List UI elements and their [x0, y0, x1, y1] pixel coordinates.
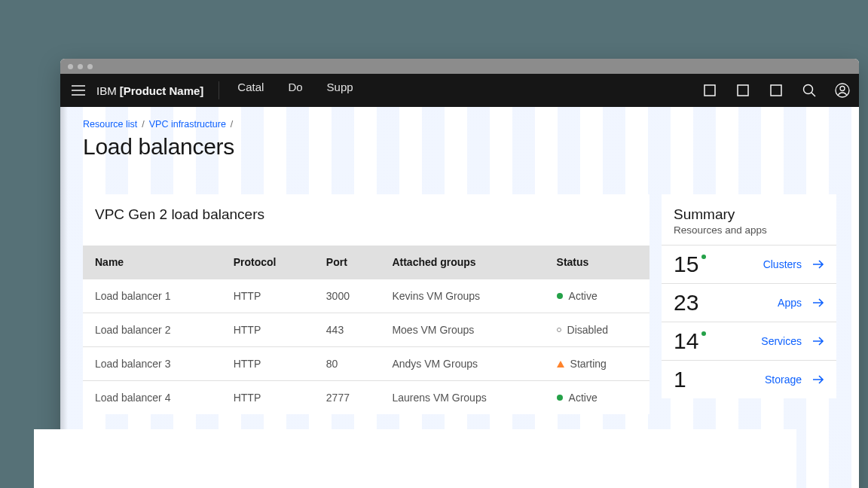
- window-chrome: [60, 59, 859, 74]
- nav-link-catalog[interactable]: Catal: [225, 74, 276, 107]
- cell-protocol: HTTP: [222, 347, 314, 381]
- col-name[interactable]: Name: [83, 246, 222, 279]
- cell-group: Moes VM Groups: [380, 313, 544, 347]
- cell-status: Starting: [545, 347, 649, 381]
- summary-link[interactable]: Apps: [778, 297, 824, 309]
- window-dot-min[interactable]: [78, 64, 83, 69]
- table-row[interactable]: Load balancer 3HTTP80Andys VM GroupsStar…: [83, 347, 649, 381]
- panel-main: VPC Gen 2 load balancers Name Protocol P…: [83, 194, 649, 414]
- status-active-icon: [557, 293, 563, 299]
- col-protocol[interactable]: Protocol: [222, 246, 314, 279]
- breadcrumb-sep: /: [231, 119, 233, 130]
- cell-port: 3000: [314, 279, 381, 313]
- summary-row[interactable]: 1Storage: [662, 360, 836, 398]
- cell-name: Load balancer 1: [83, 279, 222, 313]
- user-icon: [835, 83, 850, 98]
- placeholder-icon-2[interactable]: [726, 74, 760, 107]
- status-text: Starting: [570, 358, 607, 370]
- status-text: Active: [569, 392, 598, 404]
- breadcrumb: Resource list / VPC infrastructure /: [83, 119, 836, 130]
- cell-name: Load balancer 2: [83, 313, 222, 347]
- placeholder-icon-1[interactable]: [693, 74, 726, 107]
- page-title: Load balancers: [83, 134, 836, 160]
- cell-port: 443: [314, 313, 381, 347]
- status-disabled-icon: [557, 328, 561, 332]
- summary-row[interactable]: 14Services: [662, 322, 836, 360]
- browser-window: IBM [Product Name] Catal Do Supp Resourc…: [60, 59, 859, 488]
- status-starting-icon: [557, 361, 564, 368]
- status-dot-icon: [701, 331, 706, 336]
- cell-port: 2777: [314, 381, 381, 415]
- summary-count: 15: [674, 253, 698, 276]
- col-group[interactable]: Attached groups: [380, 246, 544, 279]
- top-bar-right: [693, 74, 859, 107]
- cell-name: Load balancer 4: [83, 381, 222, 415]
- arrow-right-icon: [812, 260, 824, 269]
- summary-link[interactable]: Services: [761, 335, 824, 347]
- svg-point-3: [804, 85, 813, 94]
- cell-status: Disabled: [545, 313, 649, 347]
- table-row[interactable]: Load balancer 1HTTP3000Kevins VM GroupsA…: [83, 279, 649, 313]
- arrow-right-icon: [812, 337, 824, 346]
- cell-port: 80: [314, 347, 381, 381]
- divider: [219, 81, 219, 99]
- summary-title: Summary: [662, 194, 836, 223]
- cell-group: Kevins VM Groups: [380, 279, 544, 313]
- breadcrumb-sep: /: [142, 119, 144, 130]
- summary-row[interactable]: 15Clusters: [662, 245, 836, 283]
- placeholder-icon-3[interactable]: [760, 74, 793, 107]
- search-icon: [802, 84, 816, 97]
- overlay-block: [34, 429, 796, 488]
- hamburger-icon: [72, 85, 85, 96]
- summary-link-label: Apps: [778, 297, 802, 309]
- status-active-icon: [557, 395, 563, 401]
- square-icon: [737, 84, 749, 96]
- svg-rect-0: [704, 85, 715, 96]
- brand-prefix: IBM: [96, 84, 117, 97]
- col-port[interactable]: Port: [314, 246, 381, 279]
- square-icon: [704, 84, 716, 96]
- cell-name: Load balancer 3: [83, 347, 222, 381]
- panel-main-title: VPC Gen 2 load balancers: [83, 194, 649, 246]
- nav-link-docs[interactable]: Do: [276, 74, 314, 107]
- cell-group: Andys VM Groups: [380, 347, 544, 381]
- summary-row[interactable]: 23Apps: [662, 283, 836, 322]
- brand[interactable]: IBM [Product Name]: [96, 74, 219, 107]
- arrow-right-icon: [812, 375, 824, 384]
- svg-rect-2: [771, 85, 781, 96]
- brand-product: [Product Name]: [120, 84, 204, 97]
- summary-link[interactable]: Storage: [765, 374, 824, 386]
- col-status[interactable]: Status: [545, 246, 649, 279]
- summary-count: 1: [674, 368, 686, 391]
- summary-link-label: Clusters: [763, 258, 802, 270]
- summary-count: 14: [674, 330, 698, 352]
- panel-summary: Summary Resources and apps 15Clusters23A…: [662, 194, 836, 398]
- cell-status: Active: [545, 381, 649, 415]
- summary-link[interactable]: Clusters: [763, 258, 824, 270]
- svg-rect-1: [738, 85, 748, 96]
- breadcrumb-link-1[interactable]: VPC infrastructure: [149, 119, 226, 130]
- table-header-row: Name Protocol Port Attached groups Statu…: [83, 246, 649, 279]
- summary-count: 23: [674, 291, 698, 314]
- summary-link-label: Storage: [765, 374, 802, 386]
- nav-link-support[interactable]: Supp: [315, 74, 365, 107]
- menu-button[interactable]: [60, 74, 96, 107]
- cell-protocol: HTTP: [222, 381, 314, 415]
- search-button[interactable]: [793, 74, 826, 107]
- status-text: Active: [569, 290, 598, 302]
- arrow-right-icon: [812, 298, 824, 307]
- summary-list: 15Clusters23Apps14Services1Storage: [662, 245, 836, 398]
- svg-point-5: [840, 87, 845, 91]
- account-button[interactable]: [826, 74, 859, 107]
- cell-protocol: HTTP: [222, 279, 314, 313]
- content: VPC Gen 2 load balancers Name Protocol P…: [83, 194, 836, 414]
- square-icon: [770, 84, 782, 96]
- summary-subtitle: Resources and apps: [662, 223, 836, 245]
- top-bar: IBM [Product Name] Catal Do Supp: [60, 74, 859, 107]
- table-row[interactable]: Load balancer 4HTTP2777Laurens VM Groups…: [83, 381, 649, 415]
- window-dot-close[interactable]: [68, 64, 73, 69]
- nav-links: Catal Do Supp: [225, 74, 365, 107]
- breadcrumb-link-0[interactable]: Resource list: [83, 119, 137, 130]
- table-row[interactable]: Load balancer 2HTTP443Moes VM GroupsDisa…: [83, 313, 649, 347]
- window-dot-max[interactable]: [87, 64, 93, 69]
